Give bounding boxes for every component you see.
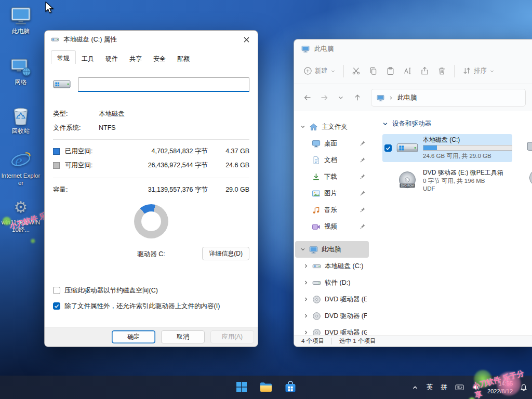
apply-button[interactable]: 应用(A) [210, 330, 254, 343]
desktop-icon-label: 网络 [1, 78, 41, 86]
pictures-icon [312, 189, 321, 198]
sort-button[interactable]: 排序 [458, 63, 499, 79]
clipped-drive-tile[interactable] [526, 135, 532, 158]
document-icon [312, 156, 321, 165]
clipped-dvd-tile[interactable] [526, 167, 532, 190]
desktop-icon-network[interactable]: 网络 [1, 57, 41, 86]
chevron-right-icon[interactable] [303, 280, 309, 285]
bell-icon [520, 383, 528, 392]
sidebar-item-drive-e[interactable]: DVD 驱动器 (E:) [295, 291, 369, 308]
desktop-icon-this-pc[interactable]: 此电脑 [1, 6, 41, 35]
sidebar-item-documents[interactable]: 文档 [295, 152, 369, 168]
dvd-drive-icon [312, 312, 321, 321]
ok-button[interactable]: 确定 [112, 330, 155, 343]
details-button[interactable]: 详细信息(D) [202, 247, 249, 260]
this-pc-icon [301, 45, 310, 53]
chevron-right-icon[interactable] [303, 263, 309, 269]
drive-caption: 驱动器 C: [137, 250, 165, 258]
cut-button[interactable] [348, 63, 365, 79]
recycle-bin-icon [1, 106, 41, 126]
desktop-icon-label: 回收站 [1, 127, 41, 135]
pin-icon [360, 157, 366, 163]
sidebar-item-pictures[interactable]: 图片 [295, 185, 369, 202]
desktop: 此电脑 网络 回收站 e Internet Explorer ⚙ win11恢复… [0, 0, 532, 399]
sidebar-item-videos[interactable]: 视频 [295, 218, 369, 235]
taskbar-clock[interactable]: 14:55 2022/8/12 [487, 380, 513, 395]
desktop-icon-recycle-bin[interactable]: 回收站 [1, 106, 41, 135]
taskbar: 英 拼 14:55 2022/8/12 [0, 376, 532, 399]
volume-button[interactable] [471, 382, 482, 393]
sidebar-item-music[interactable]: 音乐 [295, 202, 369, 218]
dvd-drive-icon [312, 295, 321, 304]
back-button[interactable] [300, 90, 315, 105]
keyboard-icon [455, 383, 464, 392]
index-checkbox[interactable]: 除了文件属性外，还允许索引此驱动器上文件的内容(I) [53, 302, 249, 311]
close-button[interactable] [235, 31, 258, 48]
file-explorer-button[interactable] [256, 377, 276, 397]
drive-e-tile[interactable]: DVD-ROM DVD 驱动器 (E:) 微PE工具箱 0 字节 可用, 共 1… [382, 167, 512, 195]
start-button[interactable] [231, 377, 252, 397]
ime-language-indicator[interactable]: 英 [425, 382, 434, 393]
checkbox-checked[interactable] [53, 302, 60, 310]
delete-button[interactable] [433, 63, 450, 79]
checkbox-unchecked[interactable] [53, 287, 60, 294]
chevron-down-icon[interactable] [300, 124, 305, 129]
recent-locations-button[interactable] [334, 90, 348, 105]
chevron-right-icon[interactable] [303, 297, 309, 302]
pin-icon [360, 174, 366, 180]
clock-time: 14:55 [487, 380, 513, 388]
up-button[interactable] [350, 90, 365, 105]
microsoft-store-button[interactable] [280, 377, 301, 397]
arrow-left-icon [303, 94, 312, 102]
cancel-button[interactable]: 取消 [161, 330, 205, 343]
drive-icon [53, 78, 71, 91]
compress-checkbox[interactable]: 压缩此驱动器以节约磁盘空间(C) [53, 286, 249, 295]
sidebar-item-this-pc[interactable]: 此电脑 [295, 241, 369, 258]
chevron-right-icon[interactable] [303, 330, 309, 335]
chevron-down-icon[interactable] [300, 247, 305, 252]
forward-button[interactable] [317, 90, 331, 105]
sidebar-item-downloads[interactable]: 下载 [295, 168, 369, 185]
ime-mode-indicator[interactable]: 拼 [440, 382, 449, 393]
desktop-icon-label: Internet Explorer [1, 172, 41, 187]
explorer-titlebar[interactable]: 此电脑 [294, 39, 532, 58]
checkbox-checked[interactable] [384, 144, 392, 152]
dvd-drive-icon [312, 328, 321, 336]
group-header-devices[interactable]: 设备和驱动器 [382, 118, 532, 129]
notification-center-button[interactable] [518, 382, 529, 393]
sidebar-item-desktop[interactable]: 桌面 [295, 135, 369, 152]
arrow-right-icon [320, 94, 328, 102]
show-hidden-icons-button[interactable] [410, 383, 420, 392]
sidebar-item-drive-g[interactable]: DVD 驱动器 (G:) [295, 324, 369, 335]
paste-button[interactable] [382, 63, 399, 79]
copy-button[interactable] [365, 63, 382, 79]
capacity-bar-fill [423, 145, 437, 150]
close-icon [244, 37, 249, 43]
breadcrumb[interactable]: 此电脑 [397, 94, 417, 102]
hard-drive-icon [312, 278, 321, 287]
drive-c-tile[interactable]: 本地磁盘 (C:) 24.6 GB 可用, 共 29.0 GB [382, 134, 512, 162]
pin-icon [360, 207, 366, 213]
share-button[interactable] [416, 63, 433, 79]
sidebar-item-drive-c[interactable]: 本地磁盘 (C:) [295, 258, 369, 274]
chevron-right-icon[interactable] [303, 313, 309, 318]
sidebar-item-drive-f[interactable]: DVD 驱动器 (F:) [295, 308, 369, 324]
address-bar[interactable]: 此电脑 [371, 89, 526, 107]
sidebar-item-drive-d[interactable]: 软件 (D:) [295, 274, 369, 291]
sidebar-separator [294, 235, 370, 241]
dvd-drive-icon: DVD-ROM [396, 169, 419, 192]
sidebar-item-home[interactable]: 主文件夹 [295, 118, 369, 135]
new-button[interactable]: 新建 [299, 63, 340, 79]
internet-explorer-icon: e [1, 151, 41, 170]
dialog-titlebar[interactable]: 本地磁盘 (C:) 属性 [45, 31, 258, 48]
rename-button[interactable] [399, 63, 416, 79]
divider [343, 65, 344, 77]
touch-keyboard-button[interactable] [454, 382, 465, 393]
drive-icon [51, 35, 59, 44]
desktop-icon-win11-restore[interactable]: ⚙ win11恢复WIN10经... [1, 197, 41, 234]
volume-label-input[interactable] [78, 77, 249, 92]
desktop-icon-internet-explorer[interactable]: e Internet Explorer [1, 151, 41, 187]
copy-icon [369, 66, 378, 75]
explorer-window: 此电脑 新建 排序 [294, 39, 532, 347]
plus-circle-icon [303, 66, 312, 75]
